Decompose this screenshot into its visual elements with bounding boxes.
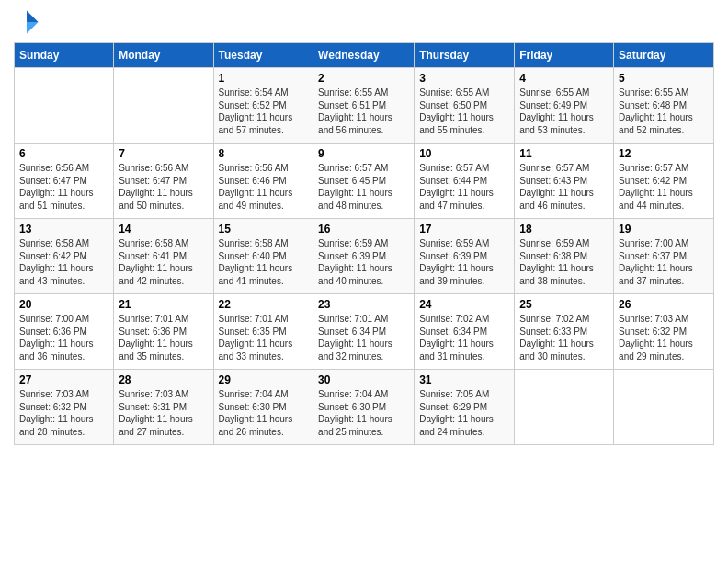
day-detail: Sunrise: 6:57 AM Sunset: 6:45 PM Dayligh… [318, 162, 409, 212]
day-number: 22 [219, 298, 309, 311]
week-row-1: 1Sunrise: 6:54 AM Sunset: 6:52 PM Daylig… [15, 68, 714, 144]
day-detail: Sunrise: 7:04 AM Sunset: 6:30 PM Dayligh… [318, 388, 409, 438]
week-row-2: 6Sunrise: 6:56 AM Sunset: 6:47 PM Daylig… [15, 144, 714, 219]
day-cell: 18Sunrise: 6:59 AM Sunset: 6:38 PM Dayli… [515, 219, 614, 294]
day-cell: 10Sunrise: 6:57 AM Sunset: 6:44 PM Dayli… [415, 144, 515, 219]
day-detail: Sunrise: 7:01 AM Sunset: 6:34 PM Dayligh… [318, 313, 409, 362]
day-number: 14 [119, 223, 208, 236]
day-number: 20 [19, 298, 108, 311]
day-cell: 27Sunrise: 7:03 AM Sunset: 6:32 PM Dayli… [15, 370, 114, 445]
day-cell: 30Sunrise: 7:04 AM Sunset: 6:30 PM Dayli… [313, 370, 415, 445]
day-number: 2 [318, 72, 409, 85]
day-cell: 17Sunrise: 6:59 AM Sunset: 6:39 PM Dayli… [415, 219, 515, 294]
day-cell: 6Sunrise: 6:56 AM Sunset: 6:47 PM Daylig… [15, 144, 114, 219]
day-number: 9 [318, 147, 409, 160]
day-cell: 19Sunrise: 7:00 AM Sunset: 6:37 PM Dayli… [614, 219, 714, 294]
day-number: 5 [619, 72, 709, 85]
day-number: 15 [219, 223, 309, 236]
day-cell: 24Sunrise: 7:02 AM Sunset: 6:34 PM Dayli… [415, 294, 515, 370]
day-cell: 12Sunrise: 6:57 AM Sunset: 6:42 PM Dayli… [614, 144, 714, 219]
day-detail: Sunrise: 7:05 AM Sunset: 6:29 PM Dayligh… [419, 388, 509, 438]
day-detail: Sunrise: 7:00 AM Sunset: 6:37 PM Dayligh… [619, 237, 709, 287]
header-row: SundayMondayTuesdayWednesdayThursdayFrid… [15, 43, 714, 68]
day-number: 29 [219, 373, 309, 386]
day-number: 17 [419, 223, 509, 236]
day-number: 12 [619, 147, 709, 160]
day-number: 7 [119, 147, 208, 160]
day-detail: Sunrise: 6:55 AM Sunset: 6:50 PM Dayligh… [419, 86, 509, 136]
day-detail: Sunrise: 6:57 AM Sunset: 6:42 PM Dayligh… [619, 162, 709, 212]
day-cell: 4Sunrise: 6:55 AM Sunset: 6:49 PM Daylig… [515, 68, 614, 144]
day-number: 31 [419, 373, 509, 386]
day-number: 24 [419, 298, 509, 311]
day-cell: 7Sunrise: 6:56 AM Sunset: 6:47 PM Daylig… [114, 144, 213, 219]
day-detail: Sunrise: 6:56 AM Sunset: 6:46 PM Dayligh… [219, 162, 309, 212]
day-detail: Sunrise: 6:57 AM Sunset: 6:44 PM Dayligh… [419, 162, 509, 212]
day-number: 3 [419, 72, 509, 85]
col-header-tuesday: Tuesday [213, 43, 313, 68]
day-detail: Sunrise: 7:02 AM Sunset: 6:33 PM Dayligh… [519, 313, 609, 362]
day-detail: Sunrise: 6:56 AM Sunset: 6:47 PM Dayligh… [119, 162, 208, 212]
day-number: 21 [119, 298, 208, 311]
day-detail: Sunrise: 6:58 AM Sunset: 6:42 PM Dayligh… [19, 237, 108, 287]
day-detail: Sunrise: 7:03 AM Sunset: 6:32 PM Dayligh… [19, 388, 108, 438]
day-detail: Sunrise: 6:59 AM Sunset: 6:38 PM Dayligh… [519, 237, 609, 287]
col-header-thursday: Thursday [415, 43, 515, 68]
day-detail: Sunrise: 6:57 AM Sunset: 6:43 PM Dayligh… [519, 162, 609, 212]
day-cell [614, 370, 714, 445]
day-detail: Sunrise: 6:59 AM Sunset: 6:39 PM Dayligh… [318, 237, 409, 287]
day-number: 23 [318, 298, 409, 311]
day-number: 26 [619, 298, 709, 311]
day-number: 4 [519, 72, 609, 85]
day-cell: 21Sunrise: 7:01 AM Sunset: 6:36 PM Dayli… [114, 294, 213, 370]
day-cell [15, 68, 114, 144]
day-cell: 16Sunrise: 6:59 AM Sunset: 6:39 PM Dayli… [313, 219, 415, 294]
day-cell: 1Sunrise: 6:54 AM Sunset: 6:52 PM Daylig… [213, 68, 313, 144]
svg-marker-0 [27, 10, 39, 22]
day-cell: 26Sunrise: 7:03 AM Sunset: 6:32 PM Dayli… [614, 294, 714, 370]
day-cell: 13Sunrise: 6:58 AM Sunset: 6:42 PM Dayli… [15, 219, 114, 294]
day-number: 8 [219, 147, 309, 160]
page-header [14, 9, 714, 35]
day-detail: Sunrise: 7:01 AM Sunset: 6:36 PM Dayligh… [119, 313, 208, 362]
day-cell: 9Sunrise: 6:57 AM Sunset: 6:45 PM Daylig… [313, 144, 415, 219]
col-header-sunday: Sunday [15, 43, 114, 68]
day-cell: 3Sunrise: 6:55 AM Sunset: 6:50 PM Daylig… [415, 68, 515, 144]
col-header-friday: Friday [515, 43, 614, 68]
day-detail: Sunrise: 7:01 AM Sunset: 6:35 PM Dayligh… [219, 313, 309, 362]
day-number: 13 [19, 223, 108, 236]
calendar-table: SundayMondayTuesdayWednesdayThursdayFrid… [14, 42, 714, 445]
col-header-monday: Monday [114, 43, 213, 68]
day-detail: Sunrise: 6:54 AM Sunset: 6:52 PM Dayligh… [219, 86, 309, 136]
day-number: 27 [19, 373, 108, 386]
logo-icon [14, 9, 40, 35]
day-cell: 22Sunrise: 7:01 AM Sunset: 6:35 PM Dayli… [213, 294, 313, 370]
day-detail: Sunrise: 6:55 AM Sunset: 6:51 PM Dayligh… [318, 86, 409, 136]
col-header-saturday: Saturday [614, 43, 714, 68]
day-cell: 8Sunrise: 6:56 AM Sunset: 6:46 PM Daylig… [213, 144, 313, 219]
day-number: 28 [119, 373, 208, 386]
day-cell: 28Sunrise: 7:03 AM Sunset: 6:31 PM Dayli… [114, 370, 213, 445]
day-number: 18 [519, 223, 609, 236]
day-cell: 31Sunrise: 7:05 AM Sunset: 6:29 PM Dayli… [415, 370, 515, 445]
day-detail: Sunrise: 7:04 AM Sunset: 6:30 PM Dayligh… [219, 388, 309, 438]
col-header-wednesday: Wednesday [313, 43, 415, 68]
day-detail: Sunrise: 6:55 AM Sunset: 6:48 PM Dayligh… [619, 86, 709, 136]
day-cell [515, 370, 614, 445]
day-cell: 20Sunrise: 7:00 AM Sunset: 6:36 PM Dayli… [15, 294, 114, 370]
day-cell: 5Sunrise: 6:55 AM Sunset: 6:48 PM Daylig… [614, 68, 714, 144]
week-row-3: 13Sunrise: 6:58 AM Sunset: 6:42 PM Dayli… [15, 219, 714, 294]
day-cell: 11Sunrise: 6:57 AM Sunset: 6:43 PM Dayli… [515, 144, 614, 219]
logo [14, 9, 43, 35]
day-cell: 14Sunrise: 6:58 AM Sunset: 6:41 PM Dayli… [114, 219, 213, 294]
svg-marker-1 [27, 22, 39, 34]
day-cell [114, 68, 213, 144]
day-detail: Sunrise: 6:58 AM Sunset: 6:40 PM Dayligh… [219, 237, 309, 287]
day-detail: Sunrise: 7:03 AM Sunset: 6:32 PM Dayligh… [619, 313, 709, 362]
day-cell: 2Sunrise: 6:55 AM Sunset: 6:51 PM Daylig… [313, 68, 415, 144]
day-number: 25 [519, 298, 609, 311]
day-detail: Sunrise: 6:55 AM Sunset: 6:49 PM Dayligh… [519, 86, 609, 136]
day-number: 30 [318, 373, 409, 386]
day-detail: Sunrise: 7:03 AM Sunset: 6:31 PM Dayligh… [119, 388, 208, 438]
day-number: 10 [419, 147, 509, 160]
